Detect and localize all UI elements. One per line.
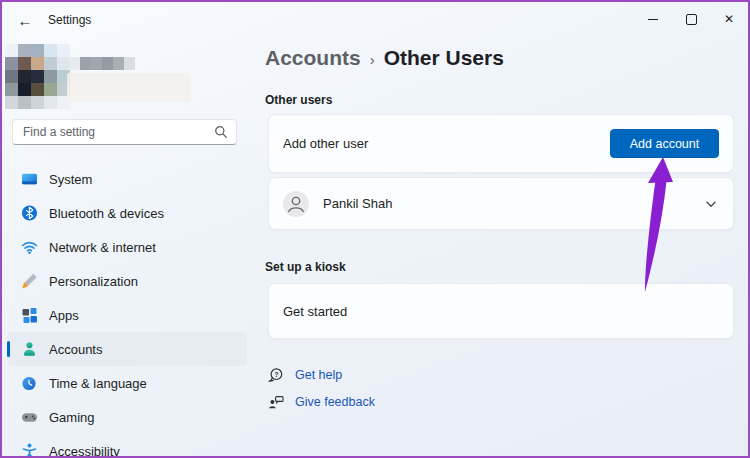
sidebar-item-personalization[interactable]: Personalization	[7, 264, 247, 298]
avatar	[283, 191, 309, 217]
maximize-icon	[686, 14, 697, 25]
user-row[interactable]: Pankil Shah	[268, 177, 734, 230]
sidebar-item-gaming[interactable]: Gaming	[7, 400, 247, 434]
bluetooth-icon	[21, 205, 38, 222]
sidebar-item-label: Personalization	[49, 274, 138, 289]
sidebar-item-time-language[interactable]: Time & language	[7, 366, 247, 400]
wifi-icon	[21, 239, 38, 256]
sidebar-item-label: Network & internet	[49, 240, 156, 255]
svg-text:?: ?	[274, 370, 278, 379]
chevron-down-icon[interactable]	[703, 196, 719, 212]
sidebar-item-label: Time & language	[49, 376, 147, 391]
system-icon	[21, 171, 38, 188]
sidebar-item-label: Accessibility	[49, 444, 120, 458]
help-icon: ?	[268, 367, 284, 383]
minimize-button[interactable]	[634, 2, 672, 36]
accessibility-icon	[21, 443, 38, 458]
back-button[interactable]: ←	[10, 7, 40, 33]
settings-window: ← Settings ✕ System	[0, 0, 750, 458]
search-box	[12, 119, 237, 145]
breadcrumb-accounts[interactable]: Accounts	[265, 46, 361, 70]
sidebar-item-accounts[interactable]: Accounts	[7, 332, 247, 366]
get-help-label: Get help	[295, 368, 342, 382]
apps-icon	[21, 307, 38, 324]
user-name: Pankil Shah	[323, 196, 392, 211]
close-button[interactable]: ✕	[710, 2, 748, 36]
titlebar: ← Settings ✕	[2, 2, 748, 38]
search-icon	[214, 125, 228, 139]
sidebar-nav: System Bluetooth & devices Network & int…	[2, 162, 252, 458]
profile-avatar-mosaic	[5, 44, 70, 109]
kiosk-heading: Set up a kiosk	[265, 260, 346, 274]
search-input[interactable]	[21, 124, 214, 140]
sidebar-item-apps[interactable]: Apps	[7, 298, 247, 332]
clock-icon	[21, 375, 38, 392]
sidebar-item-accessibility[interactable]: Accessibility	[7, 434, 247, 458]
paintbrush-icon	[21, 273, 38, 290]
minimize-icon	[648, 19, 658, 20]
gamepad-icon	[21, 409, 38, 426]
add-other-user-card: Add other user Add account	[268, 114, 734, 173]
sidebar-item-network[interactable]: Network & internet	[7, 230, 247, 264]
sidebar-item-bluetooth[interactable]: Bluetooth & devices	[7, 196, 247, 230]
window-title: Settings	[48, 13, 91, 27]
accounts-icon	[21, 341, 38, 358]
sidebar-item-label: Accounts	[49, 342, 102, 357]
sidebar-item-label: Apps	[49, 308, 79, 323]
window-controls: ✕	[634, 2, 748, 36]
give-feedback-label: Give feedback	[295, 395, 375, 409]
other-users-heading: Other users	[265, 93, 332, 107]
close-icon: ✕	[724, 13, 734, 25]
get-help-link[interactable]: ? Get help	[268, 367, 342, 383]
add-other-user-label: Add other user	[283, 136, 368, 151]
maximize-button[interactable]	[672, 2, 710, 36]
feedback-icon	[268, 394, 284, 410]
get-started-label: Get started	[283, 304, 347, 319]
profile-name-mosaic	[69, 57, 135, 70]
sidebar-item-label: Gaming	[49, 410, 95, 425]
sidebar-item-label: Bluetooth & devices	[49, 206, 164, 221]
give-feedback-link[interactable]: Give feedback	[268, 394, 375, 410]
add-account-button[interactable]: Add account	[610, 129, 719, 158]
breadcrumb: Accounts › Other Users	[265, 46, 504, 70]
person-icon	[283, 191, 309, 217]
profile-email-blur	[67, 73, 191, 102]
kiosk-get-started-card[interactable]: Get started	[268, 283, 734, 339]
back-arrow-icon: ←	[18, 12, 33, 29]
sidebar-item-system[interactable]: System	[7, 162, 247, 196]
breadcrumb-separator-icon: ›	[370, 49, 375, 68]
page-title: Other Users	[384, 46, 504, 70]
sidebar-item-label: System	[49, 172, 92, 187]
